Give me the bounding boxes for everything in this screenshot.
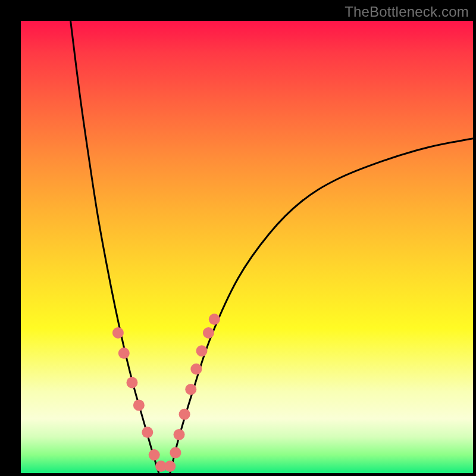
data-dot bbox=[126, 377, 137, 389]
data-dot bbox=[133, 400, 145, 411]
chart-svg bbox=[21, 21, 473, 473]
data-dot bbox=[164, 461, 176, 472]
attribution-label: TheBottleneck.com bbox=[345, 4, 469, 20]
plot-area bbox=[21, 21, 473, 473]
data-dot bbox=[174, 429, 185, 440]
data-dot bbox=[170, 447, 181, 458]
data-dot bbox=[179, 409, 190, 420]
chart-container: TheBottleneck.com bbox=[0, 0, 476, 476]
left-curve bbox=[71, 21, 159, 473]
data-dot bbox=[149, 449, 160, 461]
data-dot bbox=[185, 384, 196, 395]
data-dots bbox=[112, 314, 220, 472]
data-dot bbox=[118, 347, 130, 359]
data-dot bbox=[112, 327, 124, 339]
data-dot bbox=[190, 364, 202, 375]
right-curve bbox=[170, 139, 473, 473]
data-dot bbox=[196, 345, 208, 356]
data-dot bbox=[209, 314, 220, 325]
data-dot bbox=[142, 427, 153, 438]
data-dot bbox=[203, 327, 214, 339]
